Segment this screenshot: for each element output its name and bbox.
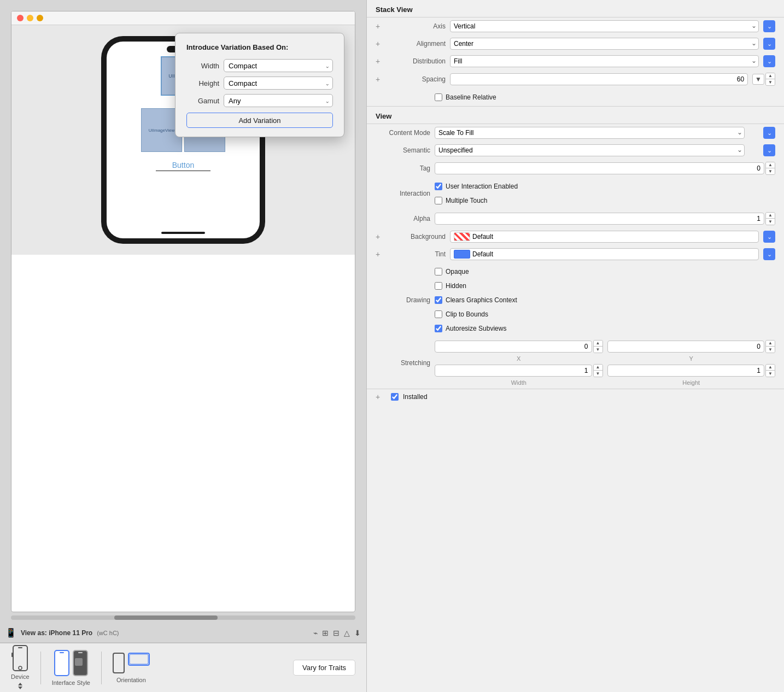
stretch-h-stepper[interactable]: ▲ ▼ — [765, 364, 775, 377]
popup-gamut-select[interactable]: Any sRGB P3 — [224, 94, 333, 107]
content-mode-arrow[interactable]: ⌄ — [763, 127, 775, 139]
clip-to-bounds-row: Clip to Bounds — [435, 308, 488, 320]
stretch-w-increment[interactable]: ▲ — [594, 365, 602, 371]
installed-checkbox[interactable] — [391, 393, 399, 401]
svg-rect-4 — [60, 652, 64, 653]
stretch-x-stepper[interactable]: ▲ ▼ — [593, 340, 603, 353]
svg-rect-0 — [13, 646, 27, 671]
distribution-select-wrapper: Fill Fill Equally Fill Proportionally Eq… — [450, 55, 759, 67]
landscape-icon[interactable] — [128, 653, 150, 675]
spacing-plus[interactable]: + — [376, 75, 387, 84]
dark-mode-icon[interactable] — [73, 650, 88, 677]
alpha-decrement[interactable]: ▼ — [766, 219, 775, 225]
stretch-y-input[interactable] — [607, 341, 765, 353]
tag-increment[interactable]: ▲ — [766, 162, 775, 168]
spacing-stepper[interactable]: ▲ ▼ — [765, 73, 775, 86]
distribution-plus[interactable]: + — [376, 57, 387, 66]
light-mode-icon[interactable] — [54, 650, 69, 677]
clip-to-bounds-checkbox[interactable] — [435, 310, 442, 318]
stretching-xy-row: ▲ ▼ ▲ ▼ — [435, 340, 775, 353]
stretch-h-increment[interactable]: ▲ — [766, 365, 775, 371]
portrait-icon[interactable] — [113, 653, 125, 675]
popup-width-select[interactable]: Any Compact Regular — [224, 59, 333, 72]
axis-select-wrapper: Vertical Horizontal — [450, 20, 759, 32]
stretch-h-wrapper: ▲ ▼ — [607, 364, 776, 377]
drawing-label: Drawing — [376, 296, 430, 304]
baseline-relative-checkbox[interactable] — [435, 93, 442, 101]
clears-graphics-checkbox[interactable] — [435, 296, 442, 304]
left-imageview-label: UIImageView — [149, 128, 174, 133]
icon-transform[interactable]: △ — [344, 629, 350, 637]
scroll-thumb[interactable] — [114, 615, 218, 620]
button-label: Button — [172, 161, 194, 169]
autoresize-label: Autoresize Subviews — [446, 325, 506, 332]
stretch-w-input[interactable] — [435, 365, 592, 377]
svg-rect-6 — [78, 652, 83, 653]
icon-size[interactable]: ⊟ — [333, 629, 340, 637]
spacing-input[interactable] — [450, 73, 748, 85]
vary-for-traits-button[interactable]: Vary for Traits — [293, 660, 355, 676]
hidden-checkbox[interactable] — [435, 282, 442, 290]
installed-plus[interactable]: + — [376, 392, 387, 401]
tag-stepper[interactable]: ▲ ▼ — [765, 162, 775, 175]
stretch-w-decrement[interactable]: ▼ — [594, 371, 602, 377]
popup-width-label: Width — [186, 62, 219, 70]
stretch-x-decrement[interactable]: ▼ — [594, 347, 602, 353]
stretch-y-stepper[interactable]: ▲ ▼ — [765, 340, 775, 353]
tint-plus[interactable]: + — [376, 250, 387, 259]
popup-height-select[interactable]: Any Compact Regular — [224, 77, 333, 90]
axis-plus[interactable]: + — [376, 22, 387, 31]
semantic-select[interactable]: Unspecified Plays Back Forwards Plays Ba… — [435, 144, 745, 156]
canvas-area: Introduce Variation Based On: Width Any … — [0, 0, 366, 692]
hidden-row: Hidden — [435, 280, 466, 292]
alpha-input[interactable] — [435, 213, 764, 225]
alignment-select[interactable]: Center Leading Trailing Fill — [450, 38, 759, 50]
add-variation-button[interactable]: Add Variation — [186, 113, 333, 128]
stretch-h-decrement[interactable]: ▼ — [766, 371, 775, 377]
autoresize-checkbox[interactable] — [435, 325, 442, 332]
spacing-increment[interactable]: ▲ — [766, 73, 775, 79]
distribution-select[interactable]: Fill Fill Equally Fill Proportionally Eq… — [450, 55, 759, 67]
user-interaction-checkbox[interactable] — [435, 183, 442, 190]
device-portrait-icon[interactable] — [13, 645, 28, 671]
background-plus[interactable]: + — [376, 232, 387, 241]
stretch-y-decrement[interactable]: ▼ — [766, 347, 775, 353]
stretch-x-increment[interactable]: ▲ — [594, 341, 602, 347]
button-element[interactable]: Button — [172, 161, 194, 169]
distribution-arrow[interactable]: ⌄ — [763, 55, 775, 67]
opaque-checkbox[interactable] — [435, 268, 442, 275]
icon-rotate[interactable]: ⌁ — [313, 629, 318, 637]
y-label: Y — [607, 355, 776, 362]
stretch-y-increment[interactable]: ▲ — [766, 341, 775, 347]
stretch-x-input[interactable] — [435, 341, 592, 353]
tag-decrement[interactable]: ▼ — [766, 168, 775, 174]
alignment-plus[interactable]: + — [376, 39, 387, 48]
device-frame-toolbar — [11, 11, 355, 25]
autoresize-row: Autoresize Subviews — [435, 322, 506, 335]
svg-rect-9 — [128, 653, 149, 665]
content-mode-select[interactable]: Scale To Fill Scale Aspect Fit Scale Asp… — [435, 127, 745, 139]
right-panel: Stack View + Axis Vertical Horizontal ⌄ … — [366, 0, 784, 692]
bottom-divider-1 — [40, 652, 41, 684]
axis-arrow[interactable]: ⌄ — [763, 20, 775, 32]
icon-export[interactable]: ⬇ — [354, 629, 361, 637]
multiple-touch-checkbox[interactable] — [435, 197, 442, 204]
stretch-w-stepper[interactable]: ▲ ▼ — [593, 364, 603, 377]
stretch-h-input[interactable] — [607, 365, 765, 377]
spacing-dropdown-arrow[interactable]: ▼ — [752, 74, 764, 85]
spacing-decrement[interactable]: ▼ — [766, 79, 775, 85]
stretching-control: ▲ ▼ ▲ ▼ X Y — [435, 340, 775, 386]
content-mode-select-wrapper: Scale To Fill Scale Aspect Fit Scale Asp… — [435, 127, 745, 139]
icon-align[interactable]: ⊞ — [322, 629, 329, 637]
tint-arrow[interactable]: ⌄ — [763, 248, 775, 260]
axis-select[interactable]: Vertical Horizontal — [450, 20, 759, 32]
device-stepper[interactable] — [17, 681, 24, 691]
semantic-arrow[interactable]: ⌄ — [763, 144, 775, 156]
alpha-stepper[interactable]: ▲ ▼ — [765, 212, 775, 225]
alpha-increment[interactable]: ▲ — [766, 213, 775, 219]
alignment-arrow[interactable]: ⌄ — [763, 38, 775, 50]
background-arrow[interactable]: ⌄ — [763, 231, 775, 243]
clears-graphics-row: Clears Graphics Context — [435, 294, 517, 306]
tag-input[interactable] — [435, 162, 764, 174]
scroll-track[interactable] — [11, 615, 355, 620]
